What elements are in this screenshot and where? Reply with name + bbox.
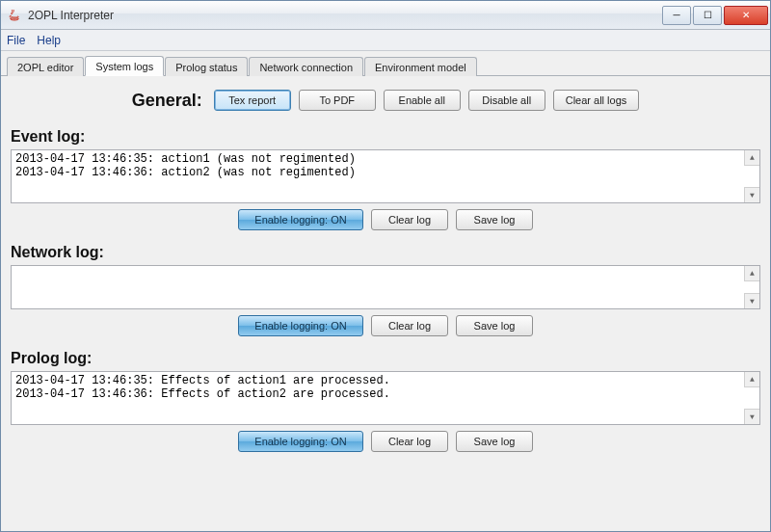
prolog-log-buttons: Enable logging: ON Clear log Save log [11, 431, 760, 452]
general-toolbar: General: Tex report To PDF Enable all Di… [11, 90, 760, 111]
event-log-clear-button[interactable]: Clear log [371, 209, 448, 230]
network-log-save-button[interactable]: Save log [456, 315, 533, 336]
window-controls: ─ ☐ ✕ [660, 6, 768, 25]
prolog-log-textarea[interactable]: 2013-04-17 13:46:35: Effects of action1 … [11, 371, 760, 425]
tab-network-connection[interactable]: Network connection [249, 57, 363, 76]
network-log-enable-toggle[interactable]: Enable logging: ON [238, 315, 363, 336]
prolog-log-title: Prolog log: [11, 350, 760, 367]
close-button[interactable]: ✕ [724, 6, 768, 25]
scroll-up-icon[interactable]: ▲ [744, 266, 759, 281]
maximize-button[interactable]: ☐ [693, 6, 722, 25]
network-log-buttons: Enable logging: ON Clear log Save log [11, 315, 760, 336]
tab-content: General: Tex report To PDF Enable all Di… [1, 76, 770, 531]
scroll-down-icon[interactable]: ▼ [744, 293, 759, 308]
network-log-textarea[interactable]: ▲▼ [11, 265, 760, 309]
tabstrip: 2OPL editor System logs Prolog status Ne… [1, 51, 770, 76]
prolog-log-clear-button[interactable]: Clear log [371, 431, 448, 452]
clear-all-logs-button[interactable]: Clear all logs [553, 90, 640, 111]
to-pdf-button[interactable]: To PDF [299, 90, 376, 111]
minimize-button[interactable]: ─ [662, 6, 691, 25]
scroll-up-icon[interactable]: ▲ [744, 150, 759, 166]
network-log-clear-button[interactable]: Clear log [371, 315, 448, 336]
event-log-save-button[interactable]: Save log [456, 209, 533, 230]
menubar: File Help [1, 30, 770, 51]
event-log-title: Event log: [11, 128, 760, 146]
titlebar: 2OPL Interpreter ─ ☐ ✕ [1, 1, 770, 30]
network-log-title: Network log: [11, 244, 760, 261]
tex-report-button[interactable]: Tex report [214, 90, 291, 111]
prolog-log-save-button[interactable]: Save log [456, 431, 533, 452]
app-window: 2OPL Interpreter ─ ☐ ✕ File Help 2OPL ed… [0, 0, 771, 532]
menu-file[interactable]: File [7, 34, 25, 47]
prolog-log-content: 2013-04-17 13:46:35: Effects of action1 … [15, 374, 390, 401]
tab-2opl-editor[interactable]: 2OPL editor [7, 57, 84, 76]
event-log-textarea[interactable]: 2013-04-17 13:46:35: action1 (was not re… [11, 149, 760, 203]
tab-system-logs[interactable]: System logs [85, 56, 164, 76]
scroll-up-icon[interactable]: ▲ [744, 372, 759, 387]
window-title: 2OPL Interpreter [28, 9, 660, 22]
menu-help[interactable]: Help [37, 34, 61, 47]
tab-prolog-status[interactable]: Prolog status [165, 57, 248, 76]
event-log-content: 2013-04-17 13:46:35: action1 (was not re… [15, 152, 356, 179]
prolog-log-enable-toggle[interactable]: Enable logging: ON [238, 431, 363, 452]
disable-all-button[interactable]: Disable all [468, 90, 545, 111]
event-log-buttons: Enable logging: ON Clear log Save log [11, 209, 760, 230]
tab-environment-model[interactable]: Environment model [364, 57, 477, 76]
general-label: General: [132, 91, 202, 111]
java-icon [7, 8, 22, 23]
scroll-down-icon[interactable]: ▼ [744, 187, 759, 202]
enable-all-button[interactable]: Enable all [384, 90, 461, 111]
scroll-down-icon[interactable]: ▼ [744, 409, 759, 424]
event-log-enable-toggle[interactable]: Enable logging: ON [238, 209, 363, 230]
